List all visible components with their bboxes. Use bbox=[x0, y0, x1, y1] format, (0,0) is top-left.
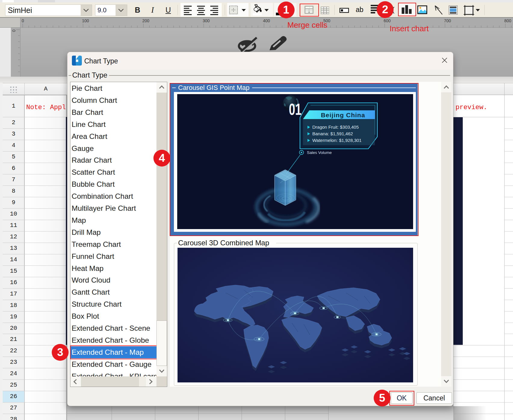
svg-text:Dragon Fruit: $303,405: Dragon Fruit: $303,405 bbox=[312, 124, 359, 130]
svg-text:Beijing China: Beijing China bbox=[321, 112, 365, 118]
svg-text:Watermelon: $1,928,301: Watermelon: $1,928,301 bbox=[312, 138, 362, 143]
svg-text:01: 01 bbox=[289, 100, 301, 118]
svg-text:Banana: $1,591,462: Banana: $1,591,462 bbox=[312, 131, 353, 136]
svg-text:Sales Volume: Sales Volume bbox=[307, 150, 332, 155]
